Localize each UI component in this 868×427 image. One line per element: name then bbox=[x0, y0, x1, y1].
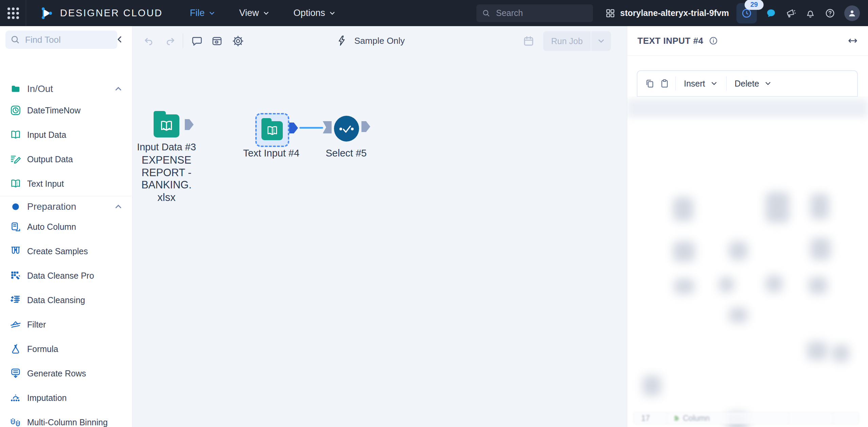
search-icon bbox=[482, 9, 491, 18]
workflow-canvas[interactable]: Sample Only Run Job Input Data #3 EXPENS… bbox=[133, 26, 627, 427]
redo-icon bbox=[164, 35, 176, 47]
brand-name: DESIGNER CLOUD bbox=[60, 7, 163, 19]
sidebar-item-output-data[interactable]: Output Data bbox=[0, 147, 132, 171]
interface-icon bbox=[211, 35, 223, 47]
row-number: 17 bbox=[634, 412, 667, 424]
sidebar-item-multi-column-binning[interactable]: Multi-Column Binning bbox=[0, 410, 132, 427]
insert-dropdown[interactable]: Insert bbox=[679, 79, 723, 89]
settings-button[interactable] bbox=[231, 34, 245, 49]
node-text-input-4[interactable] bbox=[255, 113, 289, 147]
input-data-icon bbox=[9, 129, 22, 141]
sidebar-item-data-cleansing[interactable]: Data Cleansing bbox=[0, 288, 132, 312]
toolbar-divider bbox=[183, 34, 183, 49]
toolbar-divider bbox=[675, 76, 676, 91]
auto-column-icon bbox=[9, 221, 22, 233]
sidebar-item-generate-rows[interactable]: Generate Rows bbox=[0, 361, 132, 386]
sidebar-item-filter[interactable]: Filter bbox=[0, 312, 132, 337]
find-tool-box[interactable] bbox=[5, 31, 117, 49]
sidebar-item-datetimenow[interactable]: DateTimeNow bbox=[0, 98, 132, 123]
sidebar-item-auto-column[interactable]: Auto Column bbox=[0, 215, 132, 239]
info-icon[interactable] bbox=[709, 36, 718, 45]
sidebar-item-create-samples[interactable]: Create Samples bbox=[0, 239, 132, 263]
sidebar-item-formula[interactable]: Formula bbox=[0, 337, 132, 361]
menu-file[interactable]: File bbox=[190, 8, 216, 18]
sidebar-item-imputation[interactable]: Imputation bbox=[0, 386, 132, 410]
blurred-footer-row: 17 Column bbox=[633, 412, 859, 424]
undo-button[interactable] bbox=[142, 34, 157, 49]
folder-icon bbox=[9, 84, 22, 94]
chat-icon[interactable] bbox=[766, 8, 776, 19]
select-node-icon bbox=[338, 120, 355, 137]
section-in-out[interactable]: In/Out bbox=[0, 77, 132, 101]
chevron-down-icon bbox=[208, 10, 216, 17]
run-job-button[interactable]: Run Job bbox=[543, 31, 591, 51]
chevron-up-icon[interactable] bbox=[114, 84, 123, 94]
brand: DESIGNER CLOUD bbox=[39, 6, 163, 20]
top-bar: DESIGNER CLOUD File View Options bbox=[0, 0, 868, 26]
panel-title: TEXT INPUT #4 bbox=[637, 36, 703, 46]
chevron-down-icon bbox=[764, 79, 772, 88]
lightning-icon bbox=[337, 35, 347, 47]
generate-rows-icon bbox=[9, 367, 22, 379]
toolbar-divider bbox=[726, 76, 727, 91]
filter-icon bbox=[9, 318, 22, 331]
input-anchor[interactable] bbox=[323, 121, 332, 133]
blurred-grid-header bbox=[627, 99, 868, 118]
schedule-button[interactable] bbox=[522, 35, 535, 47]
chevron-down-icon bbox=[262, 10, 270, 17]
connection-line[interactable] bbox=[299, 127, 323, 129]
search-box[interactable] bbox=[476, 4, 593, 22]
output-anchor[interactable] bbox=[185, 119, 194, 130]
search-input[interactable] bbox=[495, 8, 575, 18]
interface-button[interactable] bbox=[210, 34, 224, 49]
search-icon bbox=[10, 35, 20, 45]
clock-badge: 29 bbox=[745, 0, 764, 10]
data-cleanse-pro-icon bbox=[9, 270, 22, 282]
delete-dropdown[interactable]: Delete bbox=[730, 79, 777, 89]
node-select-5[interactable] bbox=[334, 116, 359, 142]
tool-palette-sidebar: In/Out DateTimeNow Input Data Output Dat… bbox=[0, 26, 133, 427]
menu-view[interactable]: View bbox=[239, 8, 270, 18]
bell-icon[interactable] bbox=[805, 8, 816, 19]
alteryx-logo bbox=[39, 6, 53, 20]
output-anchor-selected[interactable] bbox=[289, 123, 298, 133]
puzzle-icon bbox=[673, 414, 680, 422]
output-anchor[interactable] bbox=[361, 121, 370, 132]
chevron-down-icon bbox=[710, 79, 718, 88]
section-preparation[interactable]: Preparation bbox=[0, 196, 132, 217]
chevron-up-icon[interactable] bbox=[114, 202, 123, 211]
workspace-name: storylane-alteryx-trial-9fvm bbox=[620, 8, 729, 18]
chevron-down-icon bbox=[329, 10, 336, 17]
announcement-icon[interactable] bbox=[785, 8, 796, 19]
section-label: In/Out bbox=[27, 83, 53, 94]
node-input-data-3[interactable] bbox=[154, 111, 179, 137]
column-tag-cell: Column bbox=[667, 412, 731, 424]
run-job-dropdown[interactable] bbox=[591, 31, 611, 51]
avatar[interactable] bbox=[844, 5, 860, 21]
resize-horizontal-icon[interactable] bbox=[847, 35, 859, 47]
workspace-grid-icon[interactable] bbox=[605, 8, 615, 18]
copy-icon bbox=[645, 78, 655, 89]
menu-options[interactable]: Options bbox=[294, 8, 336, 18]
paste-button[interactable] bbox=[657, 76, 672, 91]
collapse-sidebar-icon[interactable] bbox=[115, 34, 125, 44]
config-panel-header: TEXT INPUT #4 bbox=[627, 26, 868, 56]
sidebar-item-text-input[interactable]: Text Input bbox=[0, 171, 132, 196]
redo-button[interactable] bbox=[162, 34, 177, 49]
formula-icon bbox=[9, 343, 22, 355]
preparation-dot-icon bbox=[9, 202, 22, 211]
sidebar-item-input-data[interactable]: Input Data bbox=[0, 123, 132, 147]
clock-button[interactable]: 29 bbox=[736, 3, 757, 23]
designer-cloud-app: DESIGNER CLOUD File View Options bbox=[0, 0, 868, 427]
app-grid-icon[interactable] bbox=[7, 7, 19, 19]
help-icon[interactable] bbox=[825, 8, 835, 19]
find-tool-input[interactable] bbox=[24, 34, 100, 45]
comment-button[interactable] bbox=[190, 34, 204, 49]
sidebar-item-data-cleanse-pro[interactable]: Data Cleanse Pro bbox=[0, 263, 132, 288]
create-samples-icon bbox=[9, 245, 22, 257]
node-label: Select #5 bbox=[314, 148, 378, 159]
mode-label: Sample Only bbox=[354, 36, 405, 46]
datetimenow-icon bbox=[9, 104, 22, 116]
copy-button[interactable] bbox=[642, 76, 657, 91]
text-input-node-icon bbox=[261, 118, 283, 141]
